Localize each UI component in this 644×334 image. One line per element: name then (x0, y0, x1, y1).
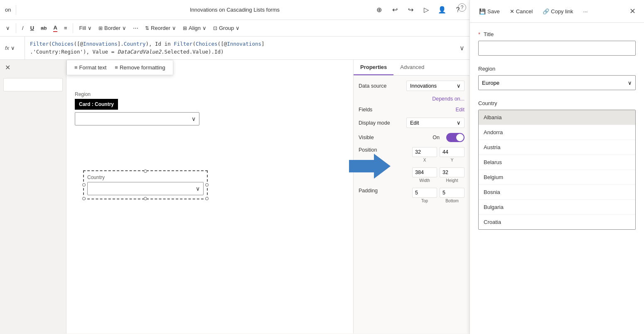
depends-on-link[interactable]: Depends on... (359, 96, 465, 102)
padding-top-input[interactable] (412, 188, 437, 198)
display-mode-value: Edit (410, 120, 419, 126)
format-text-popup: ≡ Format text ≡ Remove formatting (66, 60, 173, 75)
align-btn[interactable]: ≡ (61, 22, 70, 34)
svg-marker-0 (349, 154, 391, 179)
country-list-item[interactable]: Albania (479, 110, 635, 125)
save-btn[interactable]: 💾 Save (477, 7, 502, 16)
country-card[interactable]: Country ∨ (83, 170, 208, 199)
more-options-label: ··· (583, 8, 588, 15)
fill-btn[interactable]: Fill ∨ (76, 22, 94, 34)
region-select[interactable]: Europe ∨ (478, 75, 636, 90)
undo-btn[interactable]: ↩ (388, 3, 401, 17)
tab-advanced[interactable]: Advanced (393, 60, 431, 75)
visible-label: Visible (359, 135, 374, 140)
country-list-item[interactable]: Bosnia (479, 185, 635, 200)
country-label-text: Country (478, 100, 497, 106)
display-mode-select[interactable]: Edit ∨ (406, 118, 465, 128)
remove-formatting-btn[interactable]: ≡ Remove formatting (112, 63, 167, 72)
position-x-input[interactable] (412, 147, 437, 157)
copy-link-btn[interactable]: 🔗 Copy link (540, 7, 575, 16)
country-section: Country AlbaniaAndorraAustriaBelarusBelg… (478, 100, 636, 230)
visible-row: Visible On (359, 133, 465, 142)
text-color-btn[interactable]: A (51, 22, 59, 34)
format-toolbar: ∨ / U ab A ≡ Fill ∨ ⊞ Border ∨ ⋯ ⇅ Reord… (0, 20, 469, 37)
country-dropdown[interactable]: ∨ (87, 182, 204, 195)
fields-edit-link[interactable]: Edit (455, 107, 465, 113)
display-mode-label: Display mode (359, 120, 390, 126)
reorder-label: Reorder (151, 25, 170, 31)
border-btn[interactable]: ⊞ Border ∨ (96, 22, 129, 34)
top-toolbar: on Innovations on Cascading Lists forms … (0, 0, 469, 20)
title-input[interactable] (478, 41, 636, 56)
region-dropdown-arrow: ∨ (192, 115, 196, 122)
size-height-input[interactable] (440, 167, 465, 177)
right-panel: 💾 Save ✕ Cancel 🔗 Copy link ··· ✕ * Titl… (469, 0, 644, 334)
resize-handle-top[interactable] (144, 169, 147, 173)
slash-btn[interactable]: / (20, 22, 26, 34)
more-options-btn[interactable]: ··· (581, 7, 590, 16)
strikethrough-btn[interactable]: ab (38, 22, 49, 34)
props-body: Data source Innovations ∨ Depends on... … (354, 76, 469, 213)
formula-expand-btn[interactable]: ∨ (455, 37, 469, 59)
redo-btn[interactable]: ↪ (404, 3, 417, 17)
underline-btn[interactable]: U (28, 22, 37, 34)
fields-row: Fields Edit (359, 107, 465, 113)
card-country-badge[interactable]: Card : Country (75, 99, 118, 110)
copy-link-icon: 🔗 (543, 8, 549, 15)
close-panel-btn[interactable]: ✕ (628, 5, 637, 17)
formula-help-icon[interactable]: ? (458, 3, 466, 12)
padding-label: Padding (359, 188, 378, 194)
more-btn[interactable]: ⋯ (130, 22, 141, 34)
visible-right: On (433, 133, 465, 142)
canvas-area: ✕ ≡ Format text ≡ Remove formatting (0, 60, 469, 334)
visible-toggle[interactable] (446, 133, 465, 142)
size-width-input[interactable] (412, 167, 437, 177)
region-dropdown[interactable]: ∨ (75, 112, 199, 125)
title-required-star: * (478, 31, 480, 37)
align-label: Align (189, 25, 201, 31)
formula-content[interactable]: Filter(Choices([@Innovations].Country), … (25, 37, 455, 59)
country-dropdown-arrow: ∨ (196, 185, 200, 192)
group-btn[interactable]: ⊡ Group ∨ (211, 22, 242, 34)
dropdown-arrow-btn[interactable]: ∨ (3, 22, 12, 34)
resize-handle-bottom[interactable] (144, 197, 147, 200)
reorder-btn[interactable]: ⇅ Reorder ∨ (143, 22, 179, 34)
remove-formatting-label: Remove formatting (120, 64, 165, 71)
cancel-btn[interactable]: ✕ Cancel (507, 7, 535, 16)
align-tool-btn[interactable]: ⊞ Align ∨ (180, 22, 209, 34)
country-list-item[interactable]: Austria (479, 140, 635, 155)
title-section: * Title (478, 31, 636, 56)
position-inputs: X Y (412, 147, 465, 162)
padding-bottom-input[interactable] (440, 188, 465, 198)
editor-title: Innovations on Cascading Lists forms (190, 7, 280, 13)
play-btn[interactable]: ▷ (420, 3, 433, 17)
user-btn[interactable]: 👤 (435, 3, 449, 17)
country-list-item[interactable]: Belarus (479, 155, 635, 170)
formula-label-area[interactable]: fx ∨ (0, 37, 25, 59)
country-list-item[interactable]: Andorra (479, 125, 635, 140)
data-source-select[interactable]: Innovations ∨ (406, 81, 465, 91)
position-y-input[interactable] (440, 147, 465, 157)
country-list-item[interactable]: Bulgaria (479, 200, 635, 215)
toolbar-text-prefix: on (5, 7, 11, 13)
connection-icon-btn[interactable]: ⊕ (372, 3, 386, 17)
canvas-main: ≡ Format text ≡ Remove formatting Region… (66, 60, 353, 334)
height-label: Height (440, 178, 465, 183)
padding-row: Padding Top Bottom (359, 188, 465, 203)
editor-panel: on Innovations on Cascading Lists forms … (0, 0, 469, 334)
right-panel-body: * Title Region Europe ∨ Country AlbaniaA… (470, 23, 644, 334)
country-list-item[interactable]: Belgium (479, 170, 635, 185)
resize-handle-right[interactable] (205, 183, 209, 187)
country-list-item[interactable]: Croatia (479, 215, 635, 229)
resize-handle-bl[interactable] (82, 197, 86, 200)
cancel-label: Cancel (516, 8, 533, 15)
canvas-close-btn[interactable]: ✕ (2, 61, 13, 73)
format-text-btn[interactable]: ≡ Format text (72, 63, 109, 72)
region-label: Region (75, 91, 199, 97)
tab-properties[interactable]: Properties (354, 60, 393, 75)
formula-bar: fx ∨ Filter(Choices([@Innovations].Count… (0, 37, 469, 60)
resize-handle-br[interactable] (205, 197, 209, 200)
data-source-value: Innovations (410, 83, 437, 89)
resize-handle-left[interactable] (82, 183, 86, 187)
region-form-label: Region (478, 66, 636, 72)
